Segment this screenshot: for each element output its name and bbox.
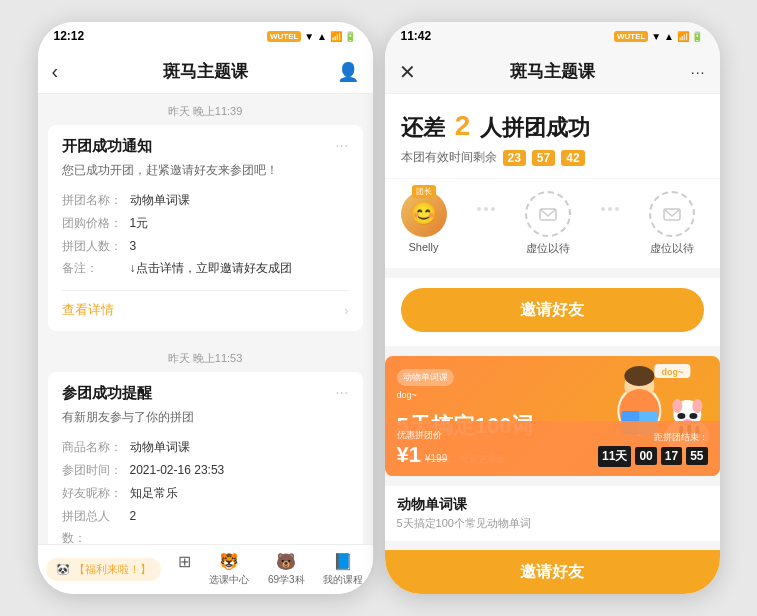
product-subtitle: 5天搞定100个常见动物单词: [397, 516, 708, 531]
group-status-text: 还差 2 人拼团成功: [401, 110, 704, 143]
svg-point-16: [672, 399, 682, 413]
avatar-name-placeholder-2: 虚位以待: [650, 241, 694, 256]
status-bar-1: 12:12 WUTEL ▼ ▲ 📶 🔋: [38, 22, 373, 50]
svg-point-18: [677, 413, 685, 419]
dog-tag: dog~: [397, 390, 557, 400]
tab-my-course[interactable]: 📘 我的课程: [323, 552, 363, 587]
dot-6: [615, 207, 619, 211]
more-icon-2[interactable]: ···: [335, 384, 348, 402]
timestamp-1: 昨天 晚上11:39: [38, 94, 373, 125]
tab-label-my: 我的课程: [323, 573, 363, 587]
bear-icon: 🐻: [276, 552, 296, 571]
value: 3: [130, 235, 137, 258]
signal-icons-1: ▼ ▲ 📶 🔋: [304, 31, 356, 42]
status-bar-2: 11:42 WUTEL ▼ ▲ 📶 🔋: [385, 22, 720, 50]
price-row: 优惠拼团价 ¥1 ¥199 距拼团结束： 11天 00: [385, 421, 720, 476]
svg-point-17: [692, 399, 702, 413]
timer-row: 本团有效时间剩余 23 57 42: [401, 149, 704, 166]
info-table-2: 商品名称： 动物单词课 参团时间： 2021-02-16 23:53 好友昵称：…: [62, 436, 349, 544]
tab-subjects[interactable]: 🐻 69学3科: [268, 552, 305, 587]
label: 拼团名称：: [62, 189, 130, 212]
time-1: 12:12: [54, 29, 85, 43]
tab-course-select[interactable]: 🐯 选课中心: [209, 552, 249, 587]
invite-btn-wrap: 邀请好友: [385, 278, 720, 346]
timer-m: 57: [532, 150, 555, 166]
book-icon: 📘: [333, 552, 353, 571]
invite-friend-button[interactable]: 邀请好友: [401, 288, 704, 332]
avatars-section: 团长 😊 Shelly 虚位以待: [385, 179, 720, 268]
message-card-1[interactable]: ··· 开团成功通知 您已成功开团，赶紧邀请好友来参团吧！ 拼团名称： 动物单词…: [48, 125, 363, 331]
cd-minutes: 17: [661, 447, 682, 465]
back-button-1[interactable]: ‹: [52, 60, 59, 83]
time-2: 11:42: [401, 29, 432, 43]
carrier-badge-2: WUTEL: [614, 31, 648, 42]
message-card-2[interactable]: ··· 参团成功提醒 有新朋友参与了你的拼团 商品名称： 动物单词课 参团时间：…: [48, 372, 363, 544]
tab-label-course: 选课中心: [209, 573, 249, 587]
tiger-icon: 🐯: [219, 552, 239, 571]
view-detail-1[interactable]: 查看详情 ›: [62, 290, 349, 319]
dots-connector-2: [601, 207, 619, 211]
cd-days: 11天: [598, 446, 631, 467]
bottom-invite-bar[interactable]: 邀请好友: [385, 550, 720, 594]
cd-numbers: 11天 00 17 55: [598, 446, 707, 467]
avatar-name-shelly: Shelly: [409, 241, 439, 253]
leader-badge: 团长: [412, 185, 436, 198]
status-icons-2: WUTEL ▼ ▲ 📶 🔋: [614, 31, 704, 42]
avatar-placeholder-2: 虚位以待: [649, 191, 695, 256]
table-row: 拼团名称： 动物单词课: [62, 189, 349, 212]
bottom-invite-text: 邀请好友: [520, 562, 584, 583]
price-original: ¥199: [425, 453, 447, 464]
label: 参团时间：: [62, 459, 130, 482]
countdown-section: 距拼团结束： 11天 00 17 55: [598, 431, 707, 467]
dot-4: [601, 207, 605, 211]
close-button-2[interactable]: ✕: [399, 60, 416, 84]
placeholder-circle-1: [525, 191, 571, 237]
value: 知足常乐: [130, 482, 178, 505]
more-button-2[interactable]: ···: [691, 64, 706, 80]
tab-group: ⊞ 🐯 选课中心 🐻 69学3科 📘 我的课程: [169, 552, 373, 587]
chat-content: 昨天 晚上11:39 ··· 开团成功通知 您已成功开团，赶紧邀请好友来参团吧！…: [38, 94, 373, 544]
promo-banner[interactable]: 🐼 【福利来啦！】: [46, 558, 161, 581]
dot-5: [608, 207, 612, 211]
timer-s: 42: [561, 150, 584, 166]
label: 拼团人数：: [62, 235, 130, 258]
tab-grid[interactable]: ⊞: [178, 552, 191, 587]
value: 动物单词课: [130, 436, 190, 459]
group-content: 还差 2 人拼团成功 本团有效时间剩余 23 57 42 团长 😊 Shelly: [385, 94, 720, 550]
profile-icon-1[interactable]: 👤: [337, 61, 359, 83]
carrier-badge-1: WUTEL: [267, 31, 301, 42]
table-row: 备注： ↓点击详情，立即邀请好友成团: [62, 257, 349, 280]
cd-seconds: 55: [686, 447, 707, 465]
table-row: 拼团总人数： 2: [62, 505, 349, 544]
panda-icon: 🐼: [56, 563, 70, 576]
timer-label: 本团有效时间剩余: [401, 149, 497, 166]
label: 团购价格：: [62, 212, 130, 235]
avatar-placeholder-1: 虚位以待: [525, 191, 571, 256]
cd-label: 距拼团结束：: [654, 431, 708, 444]
nav-bar-2: ✕ 斑马主题课 ···: [385, 50, 720, 94]
tab-label-subjects: 69学3科: [268, 573, 305, 587]
table-row: 商品名称： 动物单词课: [62, 436, 349, 459]
promo-text: 【福利来啦！】: [74, 562, 151, 577]
product-title: 动物单词课: [397, 496, 708, 514]
price-left: 优惠拼团价 ¥1 ¥199: [397, 429, 448, 468]
banner-tag: 动物单词课: [397, 369, 454, 386]
avatar-leader: 团长 😊 Shelly: [401, 191, 447, 253]
timestamp-2: 昨天 晚上11:53: [38, 341, 373, 372]
svg-point-5: [624, 366, 654, 386]
dot-3: [491, 207, 495, 211]
value: ↓点击详情，立即邀请好友成团: [130, 257, 292, 280]
table-row: 好友昵称： 知足常乐: [62, 482, 349, 505]
phone-2: 11:42 WUTEL ▼ ▲ 📶 🔋 ✕ 斑马主题课 ··· 还差 2 人拼团…: [385, 22, 720, 594]
mail-icon-2: [662, 204, 682, 224]
value: 动物单词课: [130, 189, 190, 212]
product-banner[interactable]: 动物单词课 dog~ 5天搞定100词 外教口型示范，发音更准正: [385, 356, 720, 476]
nav-bar-1: ‹ 斑马主题课 👤: [38, 50, 373, 94]
signal-icons-2: ▼ ▲ 📶 🔋: [651, 31, 703, 42]
price-label: 优惠拼团价: [397, 429, 448, 442]
nav-title-2: 斑马主题课: [510, 60, 595, 83]
more-icon-1[interactable]: ···: [335, 137, 348, 155]
label: 拼团总人数：: [62, 505, 130, 544]
timer-h: 23: [503, 150, 526, 166]
status-icons-1: WUTEL ▼ ▲ 📶 🔋: [267, 31, 357, 42]
